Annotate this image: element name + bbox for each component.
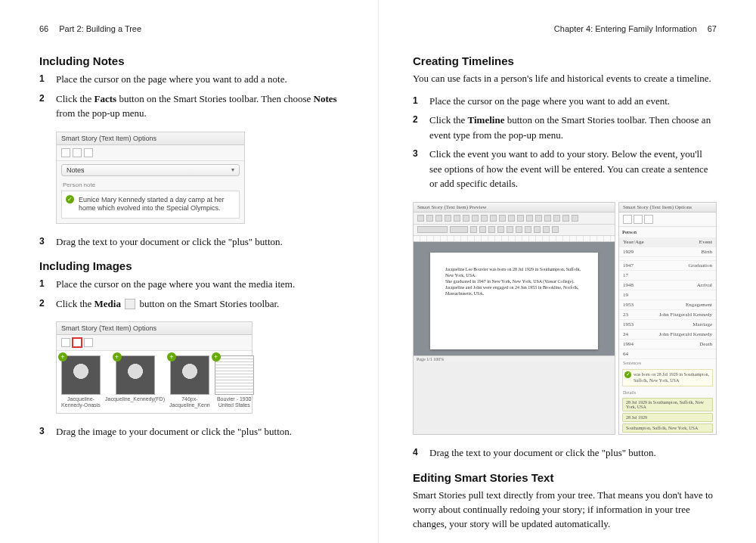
page-spread: 66 Part 2: Building a Tree Including Not…	[0, 0, 756, 543]
timeline-steps-4: Drag the text to your document or click …	[413, 445, 717, 461]
media-icon	[73, 148, 82, 157]
media-icon	[634, 215, 643, 224]
thumb-1: Jacqueline-Kennedy-Onasis	[61, 355, 101, 408]
preview-pane: Smart Story (Text Item) Preview Jacqueli…	[413, 202, 615, 436]
options-detail-2: 28 Jul 1929	[622, 413, 713, 422]
preview-toolbar-2	[414, 225, 615, 236]
options-pane: Smart Story (Text Item) Options Person Y…	[618, 202, 717, 436]
fig1-dropdown: Notes	[61, 164, 240, 176]
timeline-steps-1-3: Place the cursor on the page where you w…	[413, 94, 717, 191]
thumb-2-image	[116, 355, 155, 395]
preview-paper: Jacqueline Lee Bouvier was born on 28 Ju…	[430, 253, 598, 349]
images-step-3: Drag the image to your document or click…	[39, 424, 343, 439]
figure-notes-options: Smart Story (Text Item) Options Notes Pe…	[56, 132, 245, 224]
heading-editing-smart-stories: Editing Smart Stories Text	[413, 471, 717, 484]
options-row: 1929Birth	[619, 247, 716, 257]
preview-ruler	[414, 236, 615, 242]
running-head-left: 66 Part 2: Building a Tree	[39, 24, 343, 33]
heading-creating-timelines: Creating Timelines	[413, 54, 717, 67]
figure-media-options: Smart Story (Text Item) Options Jacqueli…	[56, 321, 253, 413]
notes-steps-3: Drag the text to your document or click …	[39, 234, 343, 250]
options-header-row: Year/AgeEvent	[619, 237, 716, 247]
options-row: 23John Fitzgerald Kennedy	[619, 310, 716, 320]
timeline-icon	[84, 148, 93, 157]
fig1-titlebar: Smart Story (Text Item) Options	[57, 132, 244, 145]
notes-step-1: Place the cursor on the page where you w…	[39, 72, 343, 87]
page-right: Chapter 4: Entering Family Information 6…	[378, 0, 756, 543]
timelines-intro: You can use facts in a person's life and…	[413, 72, 717, 86]
fig1-note-body: Eunice Mary Kennedy started a day camp a…	[61, 191, 240, 219]
options-dropdown: Person	[622, 229, 713, 235]
timeline-icon	[644, 215, 653, 224]
options-row: 17	[619, 271, 716, 281]
preview-status: Page 1/1 100%	[414, 355, 615, 362]
preview-toolbar	[414, 213, 615, 225]
options-row: 24John Fitzgerald Kennedy	[619, 330, 716, 340]
notes-step-2: Click the Facts button on the Smart Stor…	[39, 92, 343, 121]
images-step-1: Place the cursor on the page where you w…	[39, 277, 343, 292]
page-number-left: 66	[39, 24, 48, 33]
options-row: 1953Engagement	[619, 300, 716, 310]
options-row: 64	[619, 349, 716, 359]
timeline-step-4: Drag the text to your document or click …	[413, 445, 717, 461]
facts-icon	[61, 148, 70, 157]
images-steps-3: Drag the image to your document or click…	[39, 424, 343, 439]
options-row: 1953Marriage	[619, 320, 716, 330]
thumb-1-image	[61, 355, 101, 395]
running-head-right: Chapter 4: Entering Family Information 6…	[413, 24, 717, 33]
options-row: 1947Graduation	[619, 261, 716, 271]
fig1-icon-row	[57, 145, 244, 161]
images-step-2: Click the Media button on the Smart Stor…	[39, 296, 343, 312]
timeline-step-3: Click the event you want to add to your …	[413, 147, 717, 191]
options-detail-3: Southampton, Suffolk, New York, USA	[622, 424, 713, 433]
preview-title: Smart Story (Text Item) Preview	[414, 203, 615, 213]
options-detail-1: 28 Jul 1929 in Southampton, Suffolk, New…	[622, 398, 713, 411]
editing-body: Smart Stories pull text directly from yo…	[413, 489, 717, 532]
heading-including-images: Including Images	[39, 259, 343, 272]
fig1-section-label: Person note	[57, 179, 244, 191]
fig2-icon-row	[57, 335, 252, 351]
facts-icon	[623, 215, 632, 224]
thumb-2: Jacqueline_Kennedy(FD)	[105, 355, 165, 408]
options-rows: 1929Birth1947Graduation171948Arrival1919…	[619, 247, 716, 359]
figure-timeline: Smart Story (Text Item) Preview Jacqueli…	[413, 202, 717, 436]
page-number-right: 67	[708, 24, 717, 33]
page-left: 66 Part 2: Building a Tree Including Not…	[0, 0, 378, 543]
preview-canvas: Jacqueline Lee Bouvier was born on 28 Ju…	[414, 242, 615, 355]
thumb-3-image	[170, 355, 209, 395]
thumb-4-image	[215, 355, 254, 395]
images-steps-1-2: Place the cursor on the page where you w…	[39, 277, 343, 311]
thumb-4: Bouvier - 1930 United States	[215, 355, 254, 408]
options-icon-row	[619, 213, 716, 227]
media-icon-selected	[73, 338, 82, 347]
running-head-text-left: Part 2: Building a Tree	[59, 24, 141, 33]
timeline-step-1: Place the cursor on the page where you w…	[413, 94, 717, 109]
options-row: 19	[619, 290, 716, 300]
options-row: 1948Arrival	[619, 281, 716, 290]
running-head-text-right: Chapter 4: Entering Family Information	[554, 24, 697, 33]
options-row: 1994Death	[619, 340, 716, 349]
fig2-titlebar: Smart Story (Text Item) Options	[57, 322, 252, 335]
thumb-3: 746px-Jacqueline_Kenn	[169, 355, 210, 408]
media-icon	[125, 299, 135, 309]
options-title: Smart Story (Text Item) Options	[619, 203, 716, 213]
notes-step-3: Drag the text to your document or click …	[39, 234, 343, 250]
notes-steps-1-2: Place the cursor on the page where you w…	[39, 72, 343, 121]
facts-icon	[61, 338, 70, 347]
timeline-icon	[84, 338, 93, 347]
heading-including-notes: Including Notes	[39, 54, 343, 67]
fig2-thumbs: Jacqueline-Kennedy-Onasis Jacqueline_Ken…	[57, 351, 252, 412]
options-sentence: was born on 28 Jul 1929 in Southampton, …	[622, 369, 713, 387]
timeline-step-2: Click the Timeline button on the Smart S…	[413, 113, 717, 142]
